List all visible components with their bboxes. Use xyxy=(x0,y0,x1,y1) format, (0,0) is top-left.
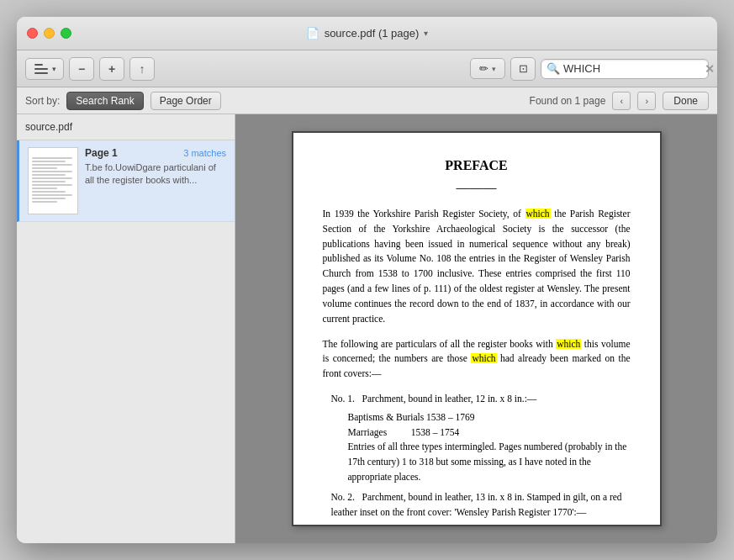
highlight-which-3: which xyxy=(471,353,496,363)
list-item-marriages: Marriages 1538 – 1754 xyxy=(323,425,631,441)
list-item-baptisms: Baptisms & Burials 1538 – 1769 xyxy=(323,410,631,425)
zoom-in-button[interactable]: + xyxy=(99,57,124,81)
page-label: Page 1 xyxy=(85,147,118,159)
thumb-line xyxy=(32,157,72,159)
thumb-line xyxy=(32,174,66,176)
window-title: source.pdf (1 page) xyxy=(325,27,420,40)
page-snippet: T.be fo.UowiDgare particulani of all the… xyxy=(85,161,226,188)
search-rank-button[interactable]: Search Rank xyxy=(66,92,143,110)
thumb-line xyxy=(32,171,72,172)
sidebar-filename: source.pdf xyxy=(17,114,235,140)
done-button[interactable]: Done xyxy=(663,92,709,110)
pdf-title: PREFACE xyxy=(323,158,631,173)
pdf-divider: ——— xyxy=(323,180,631,195)
list-item[interactable]: Page 1 3 matches T.be fo.UowiDgare parti… xyxy=(17,140,235,222)
list-item-no1: No. 1. Parchment, bound in leather, 12 i… xyxy=(323,392,631,407)
page-order-button[interactable]: Page Order xyxy=(150,92,221,110)
thumb-line xyxy=(32,194,72,196)
search-icon: 🔍 xyxy=(547,62,560,75)
maximize-button[interactable] xyxy=(61,28,71,39)
thumb-line xyxy=(32,191,66,193)
sidebar-bar-2 xyxy=(34,68,48,70)
sort-bar: Sort by: Search Rank Page Order Found on… xyxy=(17,87,717,114)
highlight-which-2: which xyxy=(556,339,581,349)
search-clear-button[interactable]: ✕ xyxy=(705,62,715,76)
search-container: 🔍 ✕ xyxy=(541,59,709,79)
nav-next-button[interactable]: › xyxy=(637,92,656,110)
nav-prev-button[interactable]: ‹ xyxy=(612,92,631,110)
thumb-line xyxy=(32,188,57,189)
close-button[interactable] xyxy=(27,28,38,39)
sort-by-label: Sort by: xyxy=(25,95,60,107)
list-item-no2: No. 2. Parchment, bound in leather, 13 i… xyxy=(323,490,631,520)
main-content: source.pdf xyxy=(17,114,717,543)
thumb-line xyxy=(32,167,57,169)
pdf-page: PREFACE ——— In 1939 the Yorkshire Parish… xyxy=(292,131,662,526)
match-count: 3 matches xyxy=(183,148,226,158)
app-window: 📄 source.pdf (1 page) ▾ ▾ − + ↑ ✏ ▾ xyxy=(17,17,717,543)
zoom-out-button[interactable]: − xyxy=(69,57,94,81)
share-icon: ↑ xyxy=(140,62,145,76)
search-input[interactable] xyxy=(563,62,705,75)
thumb-line xyxy=(32,198,66,199)
traffic-lights xyxy=(27,28,71,39)
sidebar-bar-1 xyxy=(34,64,43,66)
page-nav-button[interactable]: ⊡ xyxy=(510,57,536,81)
sidebar-item-info: Page 1 3 matches T.be fo.UowiDgare parti… xyxy=(85,147,226,214)
title-bar: 📄 source.pdf (1 page) ▾ xyxy=(17,17,717,50)
pdf-viewer[interactable]: PREFACE ——— In 1939 the Yorkshire Parish… xyxy=(235,114,717,543)
sidebar-icon xyxy=(33,62,50,76)
sidebar-dropdown-arrow: ▾ xyxy=(52,65,56,73)
thumb-line xyxy=(32,177,72,179)
title-dropdown-arrow[interactable]: ▾ xyxy=(424,29,428,38)
page-header-row: Page 1 3 matches xyxy=(85,147,226,159)
sidebar-toggle-button[interactable]: ▾ xyxy=(25,58,64,80)
share-button[interactable]: ↑ xyxy=(129,57,155,81)
highlight-which-1: which xyxy=(525,209,551,219)
page-nav-icon: ⊡ xyxy=(519,62,528,75)
title-bar-center: 📄 source.pdf (1 page) ▾ xyxy=(306,27,429,40)
thumb-line xyxy=(32,161,66,162)
thumb-line xyxy=(32,181,66,182)
pdf-paragraph-1: In 1939 the Yorkshire Parish Register So… xyxy=(323,207,631,327)
thumb-line xyxy=(32,164,72,166)
pdf-paragraph-2: The following are particulars of all the… xyxy=(323,337,631,382)
sidebar: source.pdf xyxy=(17,114,235,543)
sidebar-bar-3 xyxy=(34,72,48,74)
zoom-in-icon: + xyxy=(108,62,115,76)
zoom-out-icon: − xyxy=(78,62,85,76)
page-thumbnail xyxy=(28,147,78,214)
markup-button[interactable]: ✏ ▾ xyxy=(470,58,505,79)
thumb-line xyxy=(32,201,57,203)
toolbar: ▾ − + ↑ ✏ ▾ ⊡ 🔍 ✕ xyxy=(17,50,717,87)
pdf-file-icon: 📄 xyxy=(306,27,319,40)
found-text: Found on 1 page xyxy=(530,95,606,107)
list-item-entries: Entries of all three types intermingled.… xyxy=(323,440,631,484)
markup-icon: ✏ xyxy=(479,62,488,75)
minimize-button[interactable] xyxy=(44,28,55,39)
thumb-line xyxy=(32,184,72,186)
markup-dropdown-arrow: ▾ xyxy=(492,65,496,73)
